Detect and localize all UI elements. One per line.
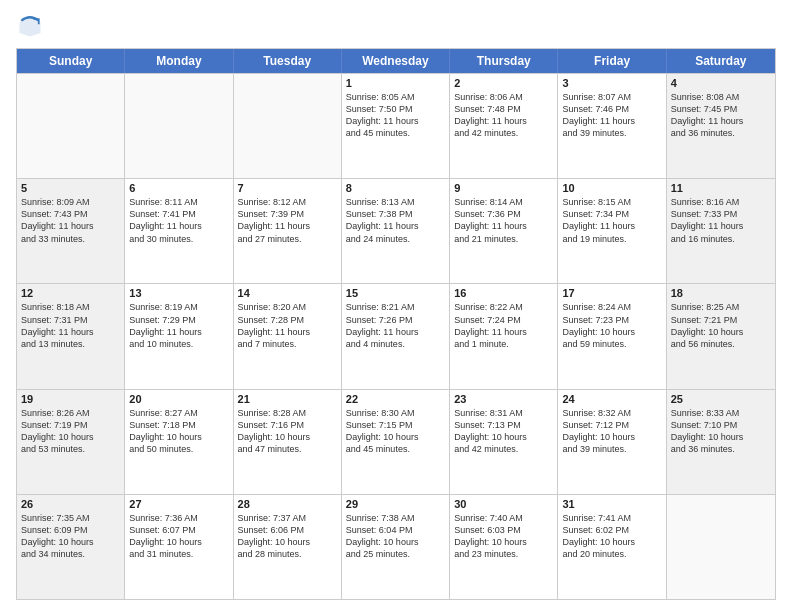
cell-info: Sunrise: 7:38 AM Sunset: 6:04 PM Dayligh…	[346, 512, 445, 561]
cal-cell-r4-c3: 29Sunrise: 7:38 AM Sunset: 6:04 PM Dayli…	[342, 495, 450, 599]
cell-info: Sunrise: 8:25 AM Sunset: 7:21 PM Dayligh…	[671, 301, 771, 350]
cal-cell-r0-c5: 3Sunrise: 8:07 AM Sunset: 7:46 PM Daylig…	[558, 74, 666, 178]
day-number: 25	[671, 393, 771, 405]
cell-info: Sunrise: 8:20 AM Sunset: 7:28 PM Dayligh…	[238, 301, 337, 350]
cell-info: Sunrise: 8:06 AM Sunset: 7:48 PM Dayligh…	[454, 91, 553, 140]
cal-row-3: 19Sunrise: 8:26 AM Sunset: 7:19 PM Dayli…	[17, 389, 775, 494]
cell-info: Sunrise: 8:19 AM Sunset: 7:29 PM Dayligh…	[129, 301, 228, 350]
cal-header-thursday: Thursday	[450, 49, 558, 73]
cell-info: Sunrise: 8:27 AM Sunset: 7:18 PM Dayligh…	[129, 407, 228, 456]
day-number: 31	[562, 498, 661, 510]
cal-row-4: 26Sunrise: 7:35 AM Sunset: 6:09 PM Dayli…	[17, 494, 775, 599]
day-number: 1	[346, 77, 445, 89]
cal-cell-r2-c2: 14Sunrise: 8:20 AM Sunset: 7:28 PM Dayli…	[234, 284, 342, 388]
cell-info: Sunrise: 8:13 AM Sunset: 7:38 PM Dayligh…	[346, 196, 445, 245]
day-number: 10	[562, 182, 661, 194]
cell-info: Sunrise: 8:18 AM Sunset: 7:31 PM Dayligh…	[21, 301, 120, 350]
cal-header-tuesday: Tuesday	[234, 49, 342, 73]
cal-header-monday: Monday	[125, 49, 233, 73]
cal-cell-r1-c2: 7Sunrise: 8:12 AM Sunset: 7:39 PM Daylig…	[234, 179, 342, 283]
day-number: 19	[21, 393, 120, 405]
day-number: 14	[238, 287, 337, 299]
calendar-header-row: SundayMondayTuesdayWednesdayThursdayFrid…	[17, 49, 775, 73]
day-number: 24	[562, 393, 661, 405]
day-number: 29	[346, 498, 445, 510]
day-number: 13	[129, 287, 228, 299]
cal-cell-r2-c5: 17Sunrise: 8:24 AM Sunset: 7:23 PM Dayli…	[558, 284, 666, 388]
cal-row-0: 1Sunrise: 8:05 AM Sunset: 7:50 PM Daylig…	[17, 73, 775, 178]
cell-info: Sunrise: 8:12 AM Sunset: 7:39 PM Dayligh…	[238, 196, 337, 245]
cal-cell-r3-c4: 23Sunrise: 8:31 AM Sunset: 7:13 PM Dayli…	[450, 390, 558, 494]
day-number: 2	[454, 77, 553, 89]
cal-cell-r4-c5: 31Sunrise: 7:41 AM Sunset: 6:02 PM Dayli…	[558, 495, 666, 599]
cal-header-saturday: Saturday	[667, 49, 775, 73]
cell-info: Sunrise: 8:07 AM Sunset: 7:46 PM Dayligh…	[562, 91, 661, 140]
cal-cell-r3-c2: 21Sunrise: 8:28 AM Sunset: 7:16 PM Dayli…	[234, 390, 342, 494]
cal-cell-r3-c6: 25Sunrise: 8:33 AM Sunset: 7:10 PM Dayli…	[667, 390, 775, 494]
day-number: 4	[671, 77, 771, 89]
cell-info: Sunrise: 7:40 AM Sunset: 6:03 PM Dayligh…	[454, 512, 553, 561]
cal-cell-r3-c0: 19Sunrise: 8:26 AM Sunset: 7:19 PM Dayli…	[17, 390, 125, 494]
day-number: 15	[346, 287, 445, 299]
page: SundayMondayTuesdayWednesdayThursdayFrid…	[0, 0, 792, 612]
cal-cell-r3-c1: 20Sunrise: 8:27 AM Sunset: 7:18 PM Dayli…	[125, 390, 233, 494]
cal-header-friday: Friday	[558, 49, 666, 73]
cal-cell-r1-c3: 8Sunrise: 8:13 AM Sunset: 7:38 PM Daylig…	[342, 179, 450, 283]
cell-info: Sunrise: 7:36 AM Sunset: 6:07 PM Dayligh…	[129, 512, 228, 561]
cal-cell-r4-c0: 26Sunrise: 7:35 AM Sunset: 6:09 PM Dayli…	[17, 495, 125, 599]
cell-info: Sunrise: 8:16 AM Sunset: 7:33 PM Dayligh…	[671, 196, 771, 245]
cal-cell-r4-c1: 27Sunrise: 7:36 AM Sunset: 6:07 PM Dayli…	[125, 495, 233, 599]
cal-cell-r1-c4: 9Sunrise: 8:14 AM Sunset: 7:36 PM Daylig…	[450, 179, 558, 283]
cal-cell-r4-c4: 30Sunrise: 7:40 AM Sunset: 6:03 PM Dayli…	[450, 495, 558, 599]
cell-info: Sunrise: 8:26 AM Sunset: 7:19 PM Dayligh…	[21, 407, 120, 456]
day-number: 27	[129, 498, 228, 510]
cell-info: Sunrise: 8:22 AM Sunset: 7:24 PM Dayligh…	[454, 301, 553, 350]
cal-cell-r0-c4: 2Sunrise: 8:06 AM Sunset: 7:48 PM Daylig…	[450, 74, 558, 178]
cal-row-1: 5Sunrise: 8:09 AM Sunset: 7:43 PM Daylig…	[17, 178, 775, 283]
day-number: 22	[346, 393, 445, 405]
cal-row-2: 12Sunrise: 8:18 AM Sunset: 7:31 PM Dayli…	[17, 283, 775, 388]
cell-info: Sunrise: 8:32 AM Sunset: 7:12 PM Dayligh…	[562, 407, 661, 456]
cal-cell-r3-c5: 24Sunrise: 8:32 AM Sunset: 7:12 PM Dayli…	[558, 390, 666, 494]
cell-info: Sunrise: 8:30 AM Sunset: 7:15 PM Dayligh…	[346, 407, 445, 456]
cal-cell-r2-c1: 13Sunrise: 8:19 AM Sunset: 7:29 PM Dayli…	[125, 284, 233, 388]
day-number: 9	[454, 182, 553, 194]
calendar-body: 1Sunrise: 8:05 AM Sunset: 7:50 PM Daylig…	[17, 73, 775, 599]
day-number: 21	[238, 393, 337, 405]
cal-cell-r1-c6: 11Sunrise: 8:16 AM Sunset: 7:33 PM Dayli…	[667, 179, 775, 283]
cell-info: Sunrise: 8:08 AM Sunset: 7:45 PM Dayligh…	[671, 91, 771, 140]
cell-info: Sunrise: 8:21 AM Sunset: 7:26 PM Dayligh…	[346, 301, 445, 350]
cal-header-wednesday: Wednesday	[342, 49, 450, 73]
cell-info: Sunrise: 7:37 AM Sunset: 6:06 PM Dayligh…	[238, 512, 337, 561]
day-number: 16	[454, 287, 553, 299]
cell-info: Sunrise: 7:41 AM Sunset: 6:02 PM Dayligh…	[562, 512, 661, 561]
cell-info: Sunrise: 8:14 AM Sunset: 7:36 PM Dayligh…	[454, 196, 553, 245]
cal-cell-r1-c0: 5Sunrise: 8:09 AM Sunset: 7:43 PM Daylig…	[17, 179, 125, 283]
cell-info: Sunrise: 8:05 AM Sunset: 7:50 PM Dayligh…	[346, 91, 445, 140]
cell-info: Sunrise: 8:24 AM Sunset: 7:23 PM Dayligh…	[562, 301, 661, 350]
day-number: 5	[21, 182, 120, 194]
cal-cell-r3-c3: 22Sunrise: 8:30 AM Sunset: 7:15 PM Dayli…	[342, 390, 450, 494]
cal-cell-r1-c5: 10Sunrise: 8:15 AM Sunset: 7:34 PM Dayli…	[558, 179, 666, 283]
cal-cell-r4-c6	[667, 495, 775, 599]
cal-cell-r0-c0	[17, 74, 125, 178]
cal-cell-r0-c2	[234, 74, 342, 178]
day-number: 3	[562, 77, 661, 89]
day-number: 11	[671, 182, 771, 194]
day-number: 20	[129, 393, 228, 405]
cell-info: Sunrise: 8:15 AM Sunset: 7:34 PM Dayligh…	[562, 196, 661, 245]
day-number: 17	[562, 287, 661, 299]
day-number: 7	[238, 182, 337, 194]
day-number: 12	[21, 287, 120, 299]
cal-cell-r4-c2: 28Sunrise: 7:37 AM Sunset: 6:06 PM Dayli…	[234, 495, 342, 599]
cal-header-sunday: Sunday	[17, 49, 125, 73]
logo-icon	[16, 12, 44, 40]
day-number: 23	[454, 393, 553, 405]
cell-info: Sunrise: 8:09 AM Sunset: 7:43 PM Dayligh…	[21, 196, 120, 245]
cal-cell-r0-c3: 1Sunrise: 8:05 AM Sunset: 7:50 PM Daylig…	[342, 74, 450, 178]
cal-cell-r2-c3: 15Sunrise: 8:21 AM Sunset: 7:26 PM Dayli…	[342, 284, 450, 388]
logo	[16, 12, 48, 40]
calendar: SundayMondayTuesdayWednesdayThursdayFrid…	[16, 48, 776, 600]
cell-info: Sunrise: 8:28 AM Sunset: 7:16 PM Dayligh…	[238, 407, 337, 456]
cal-cell-r0-c6: 4Sunrise: 8:08 AM Sunset: 7:45 PM Daylig…	[667, 74, 775, 178]
